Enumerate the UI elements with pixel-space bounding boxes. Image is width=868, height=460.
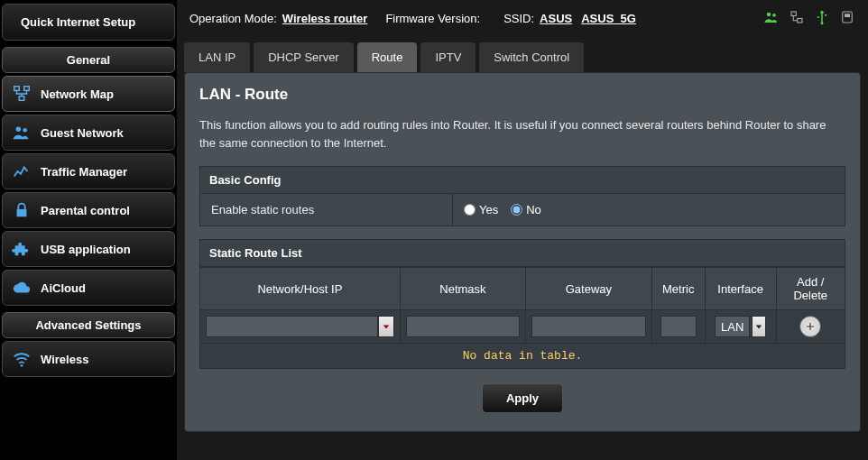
netmask-input[interactable]: [406, 316, 520, 337]
network-ip-combo[interactable]: [206, 316, 394, 337]
enable-static-routes-label: Enable static routes: [200, 194, 453, 225]
ssid-link-1[interactable]: ASUS: [540, 12, 572, 25]
static-route-table: Network/Host IP Netmask Gateway Metric I…: [199, 267, 845, 369]
metric-input[interactable]: [660, 316, 697, 337]
svg-rect-1: [24, 87, 30, 91]
svg-rect-2: [19, 97, 24, 101]
tab-dhcp-server[interactable]: DHCP Server: [254, 42, 354, 72]
svg-rect-0: [14, 87, 20, 91]
page-description: This function allows you to add routing …: [199, 116, 845, 152]
network-map-icon: [12, 84, 32, 104]
network-status-icon[interactable]: [789, 9, 805, 28]
ssid-label: SSID:: [503, 12, 534, 25]
add-route-button[interactable]: [799, 316, 821, 337]
enable-no-option[interactable]: No: [511, 203, 541, 216]
enable-yes-option[interactable]: Yes: [464, 203, 498, 216]
traffic-manager-icon: [12, 161, 32, 181]
enable-no-radio[interactable]: [511, 204, 522, 216]
tab-switch-control[interactable]: Switch Control: [479, 42, 584, 72]
lock-icon: [12, 200, 32, 220]
sidebar-item-label: Parental control: [41, 204, 130, 217]
sidebar-item-parental-control[interactable]: Parental control: [2, 192, 175, 228]
tab-lan-ip[interactable]: LAN IP: [184, 42, 250, 72]
gateway-input[interactable]: [531, 316, 645, 337]
sidebar-item-label: Network Map: [41, 87, 114, 101]
col-network: Network/Host IP: [200, 268, 401, 310]
tab-iptv[interactable]: IPTV: [420, 42, 476, 72]
quick-internet-setup-button[interactable]: Quick Internet Setup: [2, 4, 175, 41]
ssid-link-2[interactable]: ASUS_5G: [581, 12, 636, 25]
svg-rect-13: [845, 14, 850, 17]
op-mode-link[interactable]: Wireless router: [282, 12, 368, 25]
fw-label: Firmware Version:: [385, 12, 480, 25]
sidebar-item-guest-network[interactable]: Guest Network: [2, 115, 175, 151]
col-interface: Interface: [705, 268, 776, 310]
network-ip-input[interactable]: [206, 316, 378, 337]
network-ip-dropdown-button[interactable]: [378, 316, 394, 337]
clients-icon[interactable]: [763, 9, 780, 28]
topbar: Operation Mode: Wireless router Firmware…: [184, 5, 861, 32]
svg-point-7: [767, 13, 771, 17]
tabs: LAN IP DHCP Server Route IPTV Switch Con…: [184, 42, 861, 72]
sidebar-item-wireless[interactable]: Wireless: [2, 341, 175, 377]
svg-point-3: [16, 127, 21, 133]
page-title: LAN - Route: [199, 86, 845, 104]
interface-select[interactable]: LAN: [711, 316, 771, 337]
quick-internet-setup-label: Quick Internet Setup: [21, 15, 135, 30]
sidebar-item-label: Guest Network: [41, 126, 124, 140]
tab-route[interactable]: Route: [357, 42, 418, 72]
apply-button[interactable]: Apply: [482, 383, 563, 413]
enable-yes-radio[interactable]: [464, 204, 476, 216]
svg-rect-9: [791, 12, 796, 16]
svg-point-6: [21, 364, 23, 367]
col-gateway: Gateway: [526, 268, 651, 310]
no-data-message: No data in table.: [200, 344, 845, 369]
svg-rect-5: [17, 209, 27, 216]
sidebar-item-aicloud[interactable]: AiCloud: [2, 270, 175, 306]
svg-point-11: [821, 22, 824, 24]
svg-rect-10: [798, 19, 802, 23]
op-mode-label: Operation Mode:: [189, 12, 277, 25]
interface-dropdown-button[interactable]: [752, 316, 766, 337]
cloud-icon: [12, 278, 32, 298]
sidebar-item-network-map[interactable]: Network Map: [2, 76, 175, 112]
guest-network-icon: [12, 123, 32, 143]
sidebar-item-traffic-manager[interactable]: Traffic Manager: [2, 153, 175, 189]
sidebar-item-usb-application[interactable]: USB application: [2, 231, 175, 267]
puzzle-icon: [12, 239, 32, 259]
basic-config-header: Basic Config: [199, 166, 845, 194]
col-netmask: Netmask: [400, 268, 525, 310]
wifi-icon: [12, 349, 32, 369]
sidebar-section-advanced: Advanced Settings: [2, 312, 175, 338]
device-status-icon[interactable]: [839, 9, 855, 28]
col-metric: Metric: [651, 268, 705, 310]
route-list-header: Static Route List: [199, 239, 845, 267]
svg-point-4: [23, 128, 27, 133]
sidebar-item-label: USB application: [41, 243, 131, 256]
sidebar-item-label: AiCloud: [41, 281, 86, 295]
sidebar-item-label: Wireless: [41, 353, 88, 366]
usb-status-icon[interactable]: [814, 9, 830, 28]
sidebar-section-general: General: [2, 47, 175, 73]
sidebar-item-label: Traffic Manager: [41, 165, 127, 179]
interface-value: LAN: [715, 316, 750, 337]
route-panel: LAN - Route This function allows you to …: [184, 72, 861, 432]
route-input-row: LAN: [200, 310, 845, 344]
svg-point-8: [772, 14, 776, 17]
col-add-delete: Add / Delete: [776, 268, 845, 310]
